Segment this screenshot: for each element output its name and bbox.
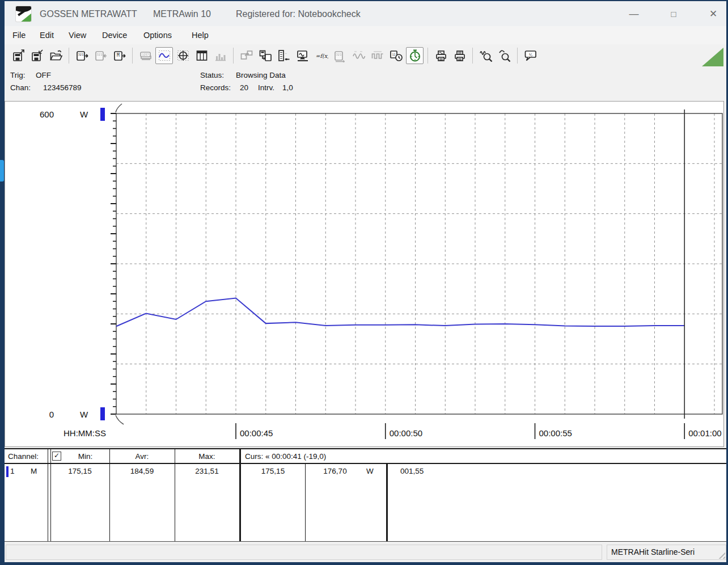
- info-bar: Trig: OFF Chan: 123456789 Status: Browsi…: [5, 67, 726, 101]
- export-device-button: [238, 47, 255, 64]
- row-cursor-diff: 001,55: [400, 466, 424, 477]
- open-file-button[interactable]: [47, 47, 65, 64]
- formula-button[interactable]: =f(x): [312, 47, 330, 64]
- realtime-clock-button[interactable]: 12: [387, 47, 405, 64]
- table-col-line: [50, 449, 51, 541]
- row-channel-number: 1: [10, 466, 15, 477]
- chart-view-button[interactable]: [155, 47, 173, 64]
- svg-text:M: M: [117, 53, 120, 58]
- window-border-bottom: [0, 562, 728, 565]
- channel-setup-button[interactable]: ..: [275, 47, 293, 64]
- x-axis-format-label: HH:MM:SS: [64, 428, 106, 438]
- resize-grip[interactable]: [717, 550, 725, 559]
- table-col-line[interactable]: [175, 449, 175, 541]
- toolbar-separator: [69, 48, 69, 64]
- formula-icon: =f(x): [315, 49, 328, 62]
- row-cursor-right: 176,70: [307, 466, 363, 477]
- menu-device[interactable]: Device: [100, 29, 129, 41]
- table-view-icon: [195, 49, 209, 62]
- realtime-clock-icon: 12: [390, 49, 403, 62]
- interval-label: Intrv.: [258, 83, 274, 92]
- menu-view[interactable]: View: [66, 29, 88, 41]
- close-button[interactable]: ✕: [701, 6, 726, 23]
- window-border-left: [0, 0, 5, 565]
- analog-waves-icon: [352, 49, 366, 62]
- analog-waves-button: [350, 47, 367, 64]
- svg-text:321: 321: [78, 53, 83, 56]
- window-edge-notch: [0, 160, 4, 182]
- menu-file[interactable]: File: [10, 29, 28, 41]
- scope-view-button[interactable]: [174, 47, 192, 64]
- table-col-line: [48, 449, 48, 541]
- row-min: 175,15: [50, 466, 109, 477]
- title-app-name: GOSSEN METRAWATT: [40, 9, 137, 20]
- read-device-321-button[interactable]: 321: [73, 47, 91, 64]
- statusbar-message-section: [6, 545, 602, 560]
- x-tick-label: 00:01:00: [688, 428, 721, 438]
- multimeter-display-icon: 1257: [139, 49, 153, 62]
- table-col-line: [305, 464, 306, 541]
- y-unit-bottom-label: W: [80, 410, 88, 419]
- menu-bar: File Edit View Device Options Help: [5, 26, 726, 44]
- menu-help[interactable]: Help: [189, 29, 211, 41]
- menu-edit[interactable]: Edit: [37, 29, 56, 41]
- toolbar-separator: [472, 48, 473, 64]
- print-preview-icon: [434, 49, 448, 62]
- menu-options[interactable]: Options: [141, 29, 174, 41]
- channel-checkbox[interactable]: ✓: [52, 452, 61, 461]
- y-max-cursor-bar: [100, 108, 105, 121]
- timer-button[interactable]: [406, 47, 424, 64]
- monitor-online-button[interactable]: [294, 47, 311, 64]
- power-chart-plot[interactable]: 600W0WHH:MM:SS00:00:4500:00:5000:00:5500…: [5, 102, 723, 446]
- save-export-icon: [12, 49, 26, 62]
- svg-text:1257: 1257: [142, 53, 149, 56]
- zoom-value-button[interactable]: [496, 47, 513, 64]
- pulse-waves-icon: [371, 49, 384, 62]
- minimize-button[interactable]: —: [621, 6, 646, 23]
- records-value: 20: [240, 83, 248, 92]
- read-device-m-button[interactable]: M: [111, 47, 128, 64]
- series-line: [116, 298, 684, 326]
- chart-panel: 600W0WHH:MM:SS00:00:4500:00:5000:00:5500…: [5, 101, 724, 447]
- y-unit-top-label: W: [80, 109, 88, 119]
- print-button[interactable]: [451, 47, 468, 64]
- histogram-view-icon: [214, 49, 227, 62]
- monitor-online-icon: [296, 49, 310, 62]
- header-min: Min:: [61, 451, 109, 462]
- row-cursor-left: 175,15: [241, 466, 305, 477]
- title-registered: Registered for: Notebookcheck: [236, 9, 361, 20]
- zoom-time-button[interactable]: [477, 47, 494, 64]
- save-file-icon: [31, 49, 44, 62]
- annotation-button[interactable]: ⅟₂: [522, 47, 539, 64]
- row-max: 231,51: [175, 466, 239, 477]
- table-col-line[interactable]: [109, 449, 110, 541]
- toolbar: 321321M1257..=f(x)32112⅟₂: [5, 44, 726, 67]
- annotation-icon: ⅟₂: [524, 49, 537, 62]
- y-min-label: 0: [49, 410, 54, 419]
- x-tick-label: 00:00:55: [539, 428, 572, 438]
- save-export-button[interactable]: [10, 47, 27, 64]
- cursor-grip-top: [116, 104, 122, 112]
- print-preview-button[interactable]: [432, 47, 450, 64]
- trig-label: Trig:: [10, 71, 26, 79]
- svg-text:12: 12: [392, 53, 395, 56]
- app-logo-icon: [16, 6, 31, 22]
- header-cursor: Curs: « 00:00:41 (-19,0): [245, 451, 326, 462]
- save-file-button[interactable]: [28, 47, 46, 64]
- maximize-button[interactable]: □: [661, 6, 686, 23]
- header-max: Max:: [175, 451, 239, 462]
- svg-text:=f(x): =f(x): [315, 53, 328, 59]
- device-memory-button[interactable]: [256, 47, 274, 64]
- pulse-waves-button: [369, 47, 386, 64]
- x-tick-label: 00:00:50: [390, 428, 422, 438]
- header-avr: Avr:: [109, 451, 175, 462]
- statusbar-device-section: METRAHit Starline-Seri: [607, 545, 726, 560]
- table-col-line-thick[interactable]: [239, 449, 241, 541]
- write-device-321-icon: 321: [94, 49, 108, 62]
- table-header-divider: [5, 463, 726, 464]
- cursor-grip-bottom: [116, 415, 124, 424]
- table-view-button[interactable]: [193, 47, 210, 64]
- multimeter-display-button: 1257: [137, 47, 154, 64]
- toolbar-separator: [428, 48, 428, 64]
- channel-color-bar: [6, 466, 9, 477]
